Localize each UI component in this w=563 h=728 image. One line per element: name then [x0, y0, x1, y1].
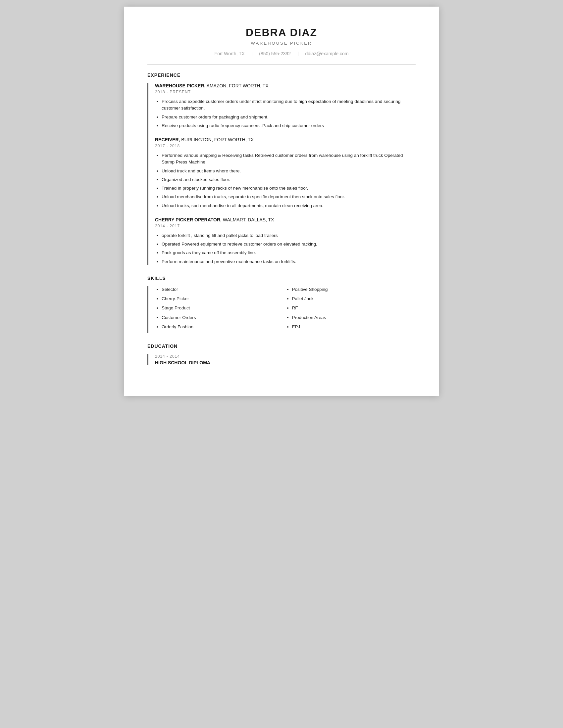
- job-2-company: BURLINGTON, FORT WORTH, TX: [180, 137, 254, 142]
- skills-section-title: SKILLS: [147, 276, 416, 281]
- job-2-role: RECEIVER,: [155, 137, 180, 142]
- candidate-name: DEBRA DIAZ: [147, 26, 416, 39]
- skill-7: Pallet Jack: [292, 296, 416, 302]
- job-2-bullet-1: Performed various Shipping & Receiving t…: [162, 152, 416, 166]
- skill-5: Orderly Fashion: [162, 324, 286, 330]
- job-2-bullet-6: Unload trucks, sort merchandise to all d…: [162, 203, 416, 209]
- header-divider: [147, 64, 416, 65]
- skill-2: Cherry-Picker: [162, 296, 286, 302]
- education-section-title: EDUCATION: [147, 343, 416, 349]
- education-section: EDUCATION 2014 - 2014 HIGH SCHOOL DIPLOM…: [147, 343, 416, 365]
- job-2-bullet-5: Unload merchandise from trucks, separate…: [162, 194, 416, 200]
- job-3-bullet-2: Operated Powered equipment to retrieve c…: [162, 241, 416, 248]
- job-3: CHERRY PICKER OPERATOR, WALMART, DALLAS,…: [155, 217, 416, 265]
- job-2-bullet-4: Trained in properly running racks of new…: [162, 185, 416, 192]
- separator-2: |: [298, 51, 299, 56]
- skill-3: Stage Product: [162, 305, 286, 311]
- contact-location: Fort Worth, TX: [214, 51, 245, 56]
- separator-1: |: [251, 51, 253, 56]
- job-1-bullets: Process and expedite customer orders und…: [155, 98, 416, 129]
- contact-phone: (850) 555-2392: [259, 51, 291, 56]
- job-3-title: CHERRY PICKER OPERATOR, WALMART, DALLAS,…: [155, 217, 416, 222]
- education-content: 2014 - 2014 HIGH SCHOOL DIPLOMA: [147, 354, 416, 365]
- edu-dates-1: 2014 - 2014: [155, 354, 416, 359]
- experience-section: EXPERIENCE WAREHOUSE PICKER, AMAZON, FOR…: [147, 72, 416, 265]
- job-2-title: RECEIVER, BURLINGTON, FORT WORTH, TX: [155, 137, 416, 142]
- contact-email: ddiaz@example.com: [305, 51, 349, 56]
- job-3-bullets: operate forklift , standing lift and pal…: [155, 232, 416, 265]
- resume-header: DEBRA DIAZ WAREHOUSE PICKER Fort Worth, …: [147, 26, 416, 56]
- skill-10: EPJ: [292, 324, 416, 330]
- job-1-role: WAREHOUSE PICKER,: [155, 83, 205, 88]
- edu-degree-1: HIGH SCHOOL DIPLOMA: [155, 360, 416, 365]
- skills-left-column: Selector Cherry-Picker Stage Product Cus…: [155, 286, 286, 333]
- contact-info: Fort Worth, TX | (850) 555-2392 | ddiaz@…: [147, 51, 416, 56]
- candidate-title: WAREHOUSE PICKER: [147, 41, 416, 46]
- skills-section: SKILLS Selector Cherry-Picker Stage Prod…: [147, 276, 416, 333]
- job-3-bullet-3: Pack goods as they came off the assembly…: [162, 250, 416, 256]
- job-3-company: WALMART, DALLAS, TX: [221, 217, 274, 222]
- skill-8: RF: [292, 305, 416, 311]
- job-2-bullet-3: Organized and stocked sales floor.: [162, 176, 416, 183]
- job-1-bullet-1: Process and expedite customer orders und…: [162, 98, 416, 112]
- job-1-dates: 2018 - PRESENT: [155, 90, 416, 94]
- edu-item-1: 2014 - 2014 HIGH SCHOOL DIPLOMA: [155, 354, 416, 365]
- job-1-company: AMAZON, FORT WORTH, TX: [205, 83, 268, 88]
- skills-grid: Selector Cherry-Picker Stage Product Cus…: [155, 286, 416, 333]
- job-1-title: WAREHOUSE PICKER, AMAZON, FORT WORTH, TX: [155, 83, 416, 88]
- job-2-dates: 2017 - 2018: [155, 144, 416, 148]
- job-1: WAREHOUSE PICKER, AMAZON, FORT WORTH, TX…: [155, 83, 416, 129]
- skill-6: Positive Shopping: [292, 286, 416, 293]
- job-3-bullet-1: operate forklift , standing lift and pal…: [162, 232, 416, 239]
- skill-9: Production Areas: [292, 314, 416, 321]
- job-2-bullets: Performed various Shipping & Receiving t…: [155, 152, 416, 209]
- job-3-bullet-4: Perform maintenance and preventive maint…: [162, 258, 416, 265]
- job-3-dates: 2014 - 2017: [155, 224, 416, 228]
- experience-content: WAREHOUSE PICKER, AMAZON, FORT WORTH, TX…: [147, 83, 416, 265]
- experience-section-title: EXPERIENCE: [147, 72, 416, 78]
- skills-content: Selector Cherry-Picker Stage Product Cus…: [147, 286, 416, 333]
- job-3-role: CHERRY PICKER OPERATOR,: [155, 217, 221, 222]
- skills-right-column: Positive Shopping Pallet Jack RF Product…: [286, 286, 416, 333]
- resume-page: DEBRA DIAZ WAREHOUSE PICKER Fort Worth, …: [124, 7, 439, 396]
- job-1-bullet-3: Receive products using radio frequency s…: [162, 122, 416, 129]
- skill-1: Selector: [162, 286, 286, 293]
- job-2-bullet-2: Unload truck and put items where there.: [162, 168, 416, 174]
- job-2: RECEIVER, BURLINGTON, FORT WORTH, TX 201…: [155, 137, 416, 209]
- job-1-bullet-2: Prepare customer orders for packaging an…: [162, 114, 416, 120]
- skill-4: Customer Orders: [162, 314, 286, 321]
